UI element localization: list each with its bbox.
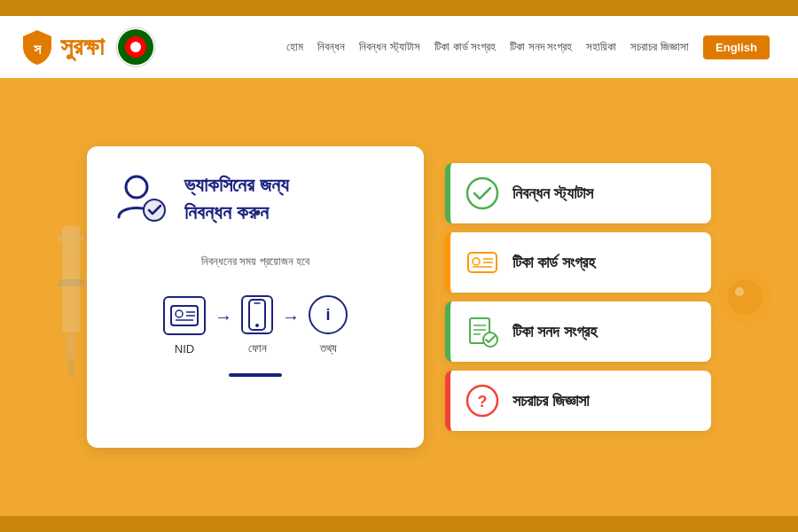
nav-vaccine-cert[interactable]: টিকা সনদ সংগ্রহ [510,40,572,54]
right-panel: নিবন্ধন স্ট্যাটাস টিকা কার্ড সংগ্রহ [445,163,711,431]
logo-area: স সুরক্ষা [18,26,213,68]
phone-label: ফোন [248,341,267,356]
svg-point-34 [255,324,259,327]
svg-point-25 [126,176,147,198]
arrow-2: → [282,307,300,327]
card-subtitle: নিবন্ধনের সময় প্রয়োজন হবে [201,254,310,269]
svg-rect-13 [58,279,84,286]
nav-vaccine-card[interactable]: টিকা কার্ড সংগ্রহ [434,40,496,54]
right-item-faq[interactable]: ? সচরাচর জিজ্ঞাসা [445,371,711,431]
question-circle-icon: ? [465,383,500,419]
english-button[interactable]: English [703,35,770,59]
right-item-vaccine-cert[interactable]: টিকা সনদ সংগ্রহ [445,301,711,362]
id-card-icon [465,245,500,280]
svg-point-36 [467,178,497,208]
top-bar [0,0,798,16]
nav-help[interactable]: সহায়িকা [586,40,616,54]
svg-point-38 [473,258,480,265]
nav-registration[interactable]: নিবন্ধন [317,40,345,54]
header: স সুরক্ষা হোম নিবন্ধন নিবন্ধন স্ট্যাটাস … [0,16,798,78]
check-circle-icon [465,176,500,211]
main-content: ভ্যাকসিনের জন্যনিবন্ধন করুন নিবন্ধনের সম… [0,78,798,516]
svg-rect-12 [58,235,84,242]
info-icon-box: i [309,295,348,334]
svg-point-24 [735,287,744,296]
svg-point-29 [176,310,183,317]
gov-logo [114,26,157,68]
nav-faq[interactable]: সচরাচর জিজ্ঞাসা [630,40,689,54]
card-header: ভ্যাকসিনের জন্যনিবন্ধন করুন [113,171,397,228]
right-item-reg-status[interactable]: নিবন্ধন স্ট্যাটাস [445,163,711,223]
nav-reg-status[interactable]: নিবন্ধন স্ট্যাটাস [359,40,420,54]
nid-label: NID [175,342,194,356]
main-nav: হোম নিবন্ধন নিবন্ধন স্ট্যাটাস টিকা কার্ড… [213,35,780,59]
step-info: i তথ্য [309,295,348,356]
reg-status-label: নিবন্ধন স্ট্যাটাস [512,184,593,203]
svg-point-27 [144,200,165,221]
nid-icon-box [163,296,206,335]
svg-line-22 [717,316,726,325]
step-phone: ফোন [241,295,273,356]
faq-label: সচরাচর জিজ্ঞাসা [512,392,589,411]
svg-text:স: স [34,42,42,57]
phone-icon [247,299,267,331]
svg-rect-11 [68,359,74,377]
person-register-icon [113,171,170,228]
right-item-vaccine-card[interactable]: টিকা কার্ড সংগ্রহ [445,232,711,293]
vaccine-card-label: টিকা কার্ড সংগ্রহ [512,254,595,272]
arrow-1: → [215,307,232,327]
nid-icon [170,305,199,326]
svg-rect-10 [66,332,75,359]
virus-icon [700,226,789,368]
step-nid: NID [163,296,206,356]
info-label: তথ্য [320,341,337,356]
bottom-bar [0,516,798,532]
surakkha-logo[interactable]: স সুরক্ষা [18,27,104,66]
registration-card: ভ্যাকসিনের জন্যনিবন্ধন করুন নিবন্ধনের সম… [87,146,424,448]
svg-text:?: ? [478,393,488,411]
vaccine-cert-label: টিকা সনদ সংগ্রহ [512,323,597,341]
svg-line-21 [763,270,772,278]
logo-text: সুরক্ষা [60,33,104,62]
certificate-icon [465,314,500,349]
card-divider [229,373,282,377]
svg-point-15 [727,279,763,315]
svg-line-20 [717,270,726,278]
steps-row: NID → ফোন → i তথ্য [113,295,397,356]
shield-icon: স [18,27,57,66]
phone-icon-box [241,295,273,334]
svg-line-23 [763,316,772,325]
nav-home[interactable]: হোম [286,40,303,54]
card-title: ভ্যাকসিনের জন্যনিবন্ধন করুন [184,172,289,227]
svg-point-4 [130,42,141,52]
